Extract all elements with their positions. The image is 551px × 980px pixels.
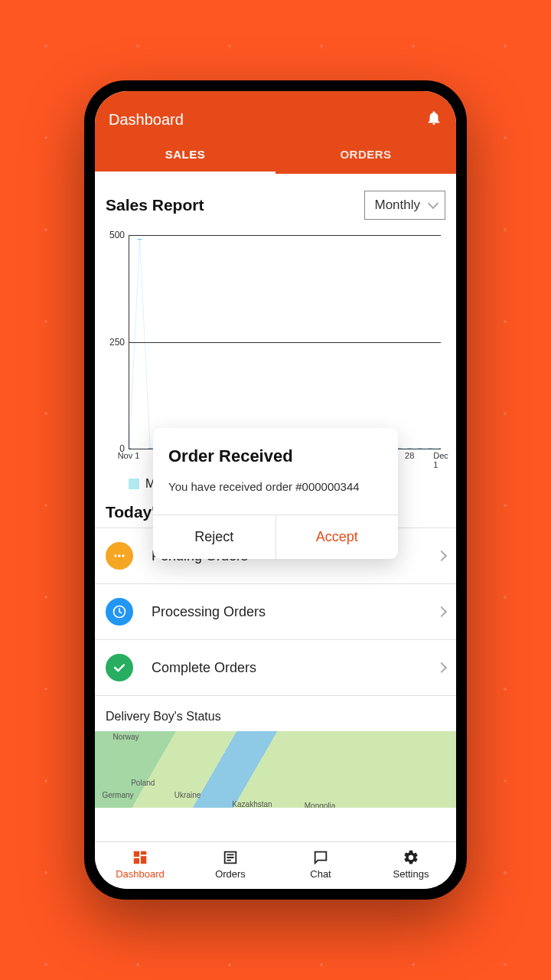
accept-button[interactable]: Accept [276, 515, 399, 559]
svg-rect-37 [141, 856, 146, 864]
bottom-nav: Dashboard Orders Chat Settings [95, 841, 456, 889]
header-tabs: SALES ORDERS [95, 137, 456, 174]
svg-rect-36 [141, 851, 146, 855]
y-tick-label: 250 [109, 337, 125, 348]
x-tick-label: Nov 1 [118, 451, 140, 460]
chevron-right-icon [436, 606, 447, 617]
legend-swatch-icon [129, 479, 139, 489]
delivery-status-title: Delivery Boy's Status [95, 696, 456, 731]
svg-point-33 [122, 554, 124, 557]
nav-chat[interactable]: Chat [276, 842, 366, 889]
map-label: Germany [102, 791, 133, 799]
svg-point-32 [118, 554, 120, 557]
nav-chat-label: Chat [310, 868, 331, 880]
nav-dashboard[interactable]: Dashboard [95, 842, 185, 889]
svg-rect-38 [134, 858, 139, 864]
map-label: Norway [113, 733, 139, 741]
report-title: Sales Report [106, 196, 204, 214]
page-title: Dashboard [109, 111, 184, 129]
nav-settings[interactable]: Settings [366, 842, 456, 889]
nav-orders[interactable]: Orders [185, 842, 276, 889]
tab-orders[interactable]: ORDERS [276, 137, 456, 174]
svg-point-27 [407, 448, 412, 449]
modal-message: You have received order #000000344 [168, 480, 383, 493]
map-label: Poland [131, 779, 155, 787]
map-label: Ukraine [174, 791, 201, 799]
period-select[interactable]: Monthly [364, 191, 445, 220]
svg-point-0 [129, 448, 132, 449]
map-label: Mongolia [305, 802, 336, 808]
clock-icon [106, 598, 133, 626]
svg-point-28 [417, 448, 422, 449]
dots-icon [106, 542, 133, 570]
svg-point-2 [148, 448, 153, 449]
order-status-row[interactable]: Processing Orders [95, 583, 456, 639]
x-tick-label: 28 [405, 451, 414, 460]
svg-point-29 [428, 448, 433, 449]
nav-settings-label: Settings [393, 868, 429, 880]
svg-point-1 [137, 239, 142, 240]
x-tick-label: Dec 1 [433, 451, 448, 469]
chevron-right-icon [436, 550, 447, 561]
order-status-label: Complete Orders [152, 660, 419, 676]
nav-orders-label: Orders [215, 868, 246, 880]
y-tick-label: 500 [109, 230, 125, 240]
notifications-icon[interactable] [425, 109, 442, 129]
tab-sales[interactable]: SALES [95, 137, 276, 174]
delivery-map[interactable]: NorwayPolandGermanyUkraineKazakhstanMong… [95, 731, 456, 808]
chevron-right-icon [436, 662, 447, 673]
nav-dashboard-label: Dashboard [116, 868, 165, 880]
order-status-label: Processing Orders [152, 604, 419, 620]
map-label: Kazakhstan [232, 800, 272, 808]
order-received-modal: Order Received You have received order #… [153, 428, 398, 559]
screen: Dashboard SALES ORDERS Sales Report Mont… [95, 91, 456, 889]
svg-point-31 [114, 554, 116, 557]
app-header: Dashboard SALES ORDERS [95, 91, 456, 174]
order-status-row[interactable]: Complete Orders [95, 639, 456, 696]
phone-frame: Dashboard SALES ORDERS Sales Report Mont… [84, 80, 467, 900]
modal-title: Order Received [168, 446, 383, 466]
svg-rect-35 [134, 851, 139, 857]
reject-button[interactable]: Reject [153, 515, 276, 559]
svg-point-30 [439, 448, 441, 449]
check-icon [106, 654, 133, 681]
